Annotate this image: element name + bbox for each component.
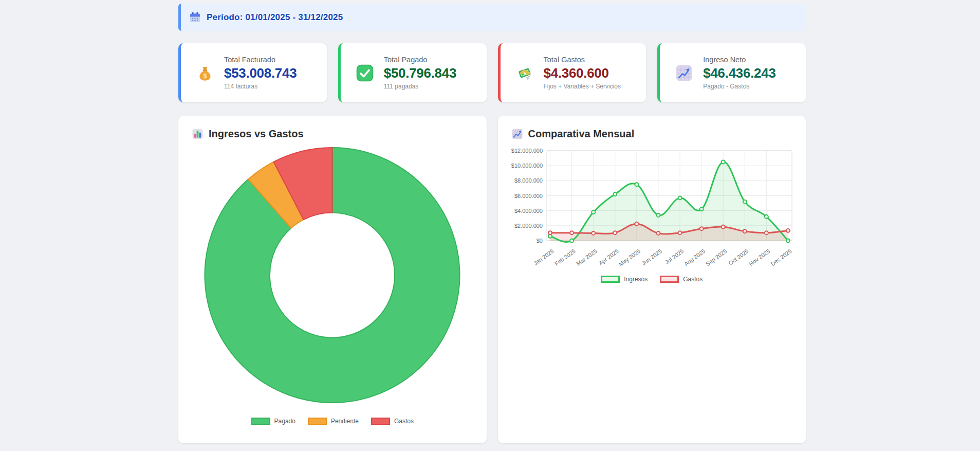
stat-body: Total Pagado $50.796.843 111 pagadas <box>384 56 456 90</box>
stat-body: Total Gastos $4.360.600 Fijos + Variable… <box>544 56 621 90</box>
svg-text:$2.000.000: $2.000.000 <box>514 223 542 229</box>
chart-up-icon <box>675 64 693 82</box>
stat-value: $46.436.243 <box>703 65 775 81</box>
chart-title-row: Comparativa Mensual <box>511 128 806 140</box>
period-text: Período: 01/01/2025 - 31/12/2025 <box>207 12 343 23</box>
money-bag-icon: $ <box>196 64 214 82</box>
svg-text:$: $ <box>203 72 207 80</box>
legend-item-gastos[interactable]: Gastos <box>371 418 414 425</box>
legend-swatch <box>371 418 390 425</box>
stat-label: Total Pagado <box>384 56 456 64</box>
svg-text:Mar 2025: Mar 2025 <box>575 248 598 267</box>
svg-text:Sep 2025: Sep 2025 <box>705 248 728 267</box>
line-chart-card: Comparativa Mensual $0$2.000.000$4.000.0… <box>498 116 806 443</box>
stat-card-total-pagado: Total Pagado $50.796.843 111 pagadas <box>338 43 487 102</box>
svg-text:Jul 2025: Jul 2025 <box>663 248 685 265</box>
stat-value: $4.360.600 <box>544 65 621 81</box>
stat-card-ingreso-neto: Ingreso Neto $46.436.243 Pagado - Gastos <box>657 43 806 102</box>
line-chart[interactable]: $0$2.000.000$4.000.000$6.000.000$8.000.0… <box>498 144 806 274</box>
legend-swatch <box>251 418 270 425</box>
period-banner: Período: 01/01/2025 - 31/12/2025 <box>178 4 806 31</box>
svg-text:Dec 2025: Dec 2025 <box>769 248 792 267</box>
stat-body: Ingreso Neto $46.436.243 Pagado - Gastos <box>703 56 775 90</box>
line-chart-icon <box>511 128 523 140</box>
stat-subtext: Pagado - Gastos <box>703 83 775 90</box>
svg-text:Apr 2025: Apr 2025 <box>597 248 619 266</box>
donut-legend: PagadoPendienteGastos <box>178 418 487 425</box>
donut-chart[interactable] <box>178 145 486 411</box>
svg-text:Nov 2025: Nov 2025 <box>748 248 771 267</box>
svg-text:$6.000.000: $6.000.000 <box>514 193 542 199</box>
legend-item-pagado[interactable]: Pagado <box>251 418 295 425</box>
line-legend: IngresosGastos <box>498 276 806 283</box>
svg-text:Jun 2025: Jun 2025 <box>640 248 663 266</box>
svg-text:Jan 2025: Jan 2025 <box>532 248 555 266</box>
svg-text:$4.000.000: $4.000.000 <box>514 208 542 214</box>
legend-swatch <box>601 276 620 283</box>
legend-label: Pagado <box>274 418 295 425</box>
dashboard-page: Período: 01/01/2025 - 31/12/2025 $ Total… <box>0 0 980 451</box>
svg-text:$0: $0 <box>536 238 542 244</box>
stat-value: $53.008.743 <box>224 65 297 81</box>
legend-swatch <box>308 418 327 425</box>
svg-text:Feb 2025: Feb 2025 <box>553 248 577 267</box>
stat-value: $50.796.843 <box>384 65 456 81</box>
svg-text:Aug 2025: Aug 2025 <box>683 248 706 267</box>
line-chart-title: Comparativa Mensual <box>528 128 635 140</box>
stat-label: Ingreso Neto <box>703 56 775 64</box>
stat-label: Total Facturado <box>224 56 297 64</box>
legend-swatch <box>660 276 679 283</box>
stat-card-total-facturado: $ Total Facturado $53.008.743 114 factur… <box>178 43 327 102</box>
stat-subtext: Fijos + Variables + Servicios <box>544 83 621 90</box>
legend-label: Pendiente <box>331 418 359 425</box>
legend-item-ingresos[interactable]: Ingresos <box>601 276 648 283</box>
stat-subtext: 111 pagadas <box>384 83 456 90</box>
svg-text:$12.000.000: $12.000.000 <box>511 148 542 154</box>
legend-item-pendiente[interactable]: Pendiente <box>308 418 359 425</box>
stat-subtext: 114 facturas <box>224 83 297 90</box>
legend-label: Gastos <box>683 276 702 283</box>
svg-text:$10.000.000: $10.000.000 <box>511 163 542 169</box>
flying-money-icon: $ <box>516 64 533 82</box>
legend-label: Ingresos <box>624 276 648 283</box>
chart-title-row: Ingresos vs Gastos <box>192 128 487 140</box>
stat-body: Total Facturado $53.008.743 114 facturas <box>224 56 297 90</box>
legend-label: Gastos <box>394 418 414 425</box>
stat-card-total-gastos: $ Total Gastos $4.360.600 Fijos + Variab… <box>498 43 646 102</box>
bar-chart-icon <box>192 128 204 140</box>
stat-cards-row: $ Total Facturado $53.008.743 114 factur… <box>178 43 806 102</box>
check-icon <box>356 64 374 82</box>
legend-item-gastos[interactable]: Gastos <box>660 276 702 283</box>
svg-text:$8.000.000: $8.000.000 <box>514 177 542 184</box>
calendar-icon <box>189 11 201 23</box>
charts-row: Ingresos vs Gastos PagadoPendienteGastos <box>178 116 806 443</box>
svg-text:May 2025: May 2025 <box>617 248 641 267</box>
dashboard-content: Período: 01/01/2025 - 31/12/2025 $ Total… <box>178 0 806 443</box>
donut-chart-card: Ingresos vs Gastos PagadoPendienteGastos <box>178 116 487 443</box>
svg-text:Oct 2025: Oct 2025 <box>727 248 749 266</box>
stat-label: Total Gastos <box>544 56 621 64</box>
donut-chart-title: Ingresos vs Gastos <box>209 128 304 140</box>
